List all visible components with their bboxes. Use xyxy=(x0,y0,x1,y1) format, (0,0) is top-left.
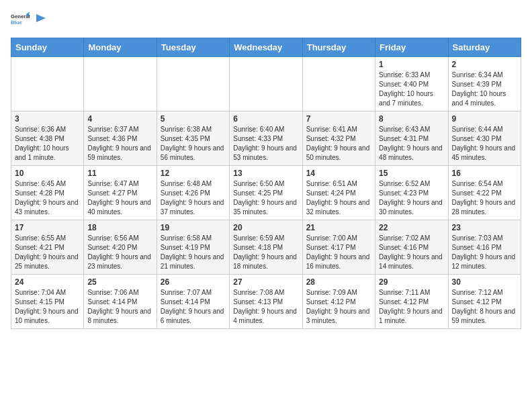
day-number: 11 xyxy=(87,169,152,178)
day-number: 15 xyxy=(379,169,444,178)
header-thursday: Thursday xyxy=(302,38,375,57)
calendar-cell: 18Sunrise: 6:56 AM Sunset: 4:20 PM Dayli… xyxy=(84,220,157,275)
day-number: 9 xyxy=(452,114,517,124)
calendar-cell xyxy=(84,57,157,111)
day-number: 30 xyxy=(452,277,517,287)
day-info: Sunrise: 6:41 AM Sunset: 4:32 PM Dayligh… xyxy=(306,125,371,163)
day-number: 26 xyxy=(161,277,226,287)
flag-icon xyxy=(35,13,47,28)
calendar-cell: 23Sunrise: 7:03 AM Sunset: 4:16 PM Dayli… xyxy=(448,220,521,275)
calendar-week-3: 10Sunrise: 6:45 AM Sunset: 4:28 PM Dayli… xyxy=(11,166,521,220)
day-info: Sunrise: 7:11 AM Sunset: 4:12 PM Dayligh… xyxy=(379,288,444,326)
calendar-header-row: SundayMondayTuesdayWednesdayThursdayFrid… xyxy=(11,38,521,57)
calendar-cell: 30Sunrise: 7:12 AM Sunset: 4:12 PM Dayli… xyxy=(448,275,521,329)
day-info: Sunrise: 7:08 AM Sunset: 4:13 PM Dayligh… xyxy=(233,288,298,326)
calendar-cell: 7Sunrise: 6:41 AM Sunset: 4:32 PM Daylig… xyxy=(302,111,375,166)
day-number: 28 xyxy=(306,277,371,287)
day-info: Sunrise: 6:51 AM Sunset: 4:24 PM Dayligh… xyxy=(306,179,371,217)
day-info: Sunrise: 6:40 AM Sunset: 4:33 PM Dayligh… xyxy=(233,125,298,163)
day-info: Sunrise: 6:33 AM Sunset: 4:40 PM Dayligh… xyxy=(379,71,444,108)
calendar-cell: 12Sunrise: 6:48 AM Sunset: 4:26 PM Dayli… xyxy=(157,166,229,220)
day-number: 8 xyxy=(379,114,444,124)
day-number: 20 xyxy=(233,223,298,232)
header-wednesday: Wednesday xyxy=(230,38,302,57)
day-info: Sunrise: 6:36 AM Sunset: 4:38 PM Dayligh… xyxy=(15,125,80,163)
day-number: 19 xyxy=(161,223,226,232)
day-number: 6 xyxy=(233,114,298,124)
calendar-week-1: 1Sunrise: 6:33 AM Sunset: 4:40 PM Daylig… xyxy=(11,57,521,111)
header-sunday: Sunday xyxy=(11,38,84,57)
day-info: Sunrise: 6:50 AM Sunset: 4:25 PM Dayligh… xyxy=(233,179,298,217)
day-info: Sunrise: 6:59 AM Sunset: 4:18 PM Dayligh… xyxy=(233,234,298,271)
day-info: Sunrise: 6:55 AM Sunset: 4:21 PM Dayligh… xyxy=(15,234,80,271)
calendar-cell: 11Sunrise: 6:47 AM Sunset: 4:27 PM Dayli… xyxy=(84,166,157,220)
calendar-cell: 29Sunrise: 7:11 AM Sunset: 4:12 PM Dayli… xyxy=(375,275,448,329)
day-info: Sunrise: 6:48 AM Sunset: 4:26 PM Dayligh… xyxy=(161,179,226,217)
day-number: 21 xyxy=(306,223,371,232)
day-info: Sunrise: 7:03 AM Sunset: 4:16 PM Dayligh… xyxy=(452,234,517,271)
day-info: Sunrise: 6:58 AM Sunset: 4:19 PM Dayligh… xyxy=(161,234,226,271)
day-number: 16 xyxy=(452,169,517,178)
day-number: 2 xyxy=(452,60,517,69)
day-info: Sunrise: 7:12 AM Sunset: 4:12 PM Dayligh… xyxy=(452,288,517,326)
header-saturday: Saturday xyxy=(448,38,521,57)
calendar-week-4: 17Sunrise: 6:55 AM Sunset: 4:21 PM Dayli… xyxy=(11,220,521,275)
calendar-cell: 9Sunrise: 6:44 AM Sunset: 4:30 PM Daylig… xyxy=(448,111,521,166)
calendar-cell: 28Sunrise: 7:09 AM Sunset: 4:12 PM Dayli… xyxy=(302,275,375,329)
calendar-cell: 16Sunrise: 6:54 AM Sunset: 4:22 PM Dayli… xyxy=(448,166,521,220)
calendar-cell: 25Sunrise: 7:06 AM Sunset: 4:14 PM Dayli… xyxy=(84,275,157,329)
calendar-cell: 17Sunrise: 6:55 AM Sunset: 4:21 PM Dayli… xyxy=(11,220,84,275)
calendar-cell: 10Sunrise: 6:45 AM Sunset: 4:28 PM Dayli… xyxy=(11,166,84,220)
day-number: 3 xyxy=(15,114,80,124)
calendar-cell: 22Sunrise: 7:02 AM Sunset: 4:16 PM Dayli… xyxy=(375,220,448,275)
svg-text:Blue: Blue xyxy=(11,19,22,26)
day-info: Sunrise: 7:07 AM Sunset: 4:14 PM Dayligh… xyxy=(161,288,226,326)
day-number: 22 xyxy=(379,223,444,232)
header-tuesday: Tuesday xyxy=(157,38,229,57)
calendar-cell: 4Sunrise: 6:37 AM Sunset: 4:36 PM Daylig… xyxy=(84,111,157,166)
day-number: 24 xyxy=(15,277,80,287)
logo-icon: General Blue xyxy=(11,11,30,30)
calendar-cell: 27Sunrise: 7:08 AM Sunset: 4:13 PM Dayli… xyxy=(230,275,302,329)
calendar-cell: 26Sunrise: 7:07 AM Sunset: 4:14 PM Dayli… xyxy=(157,275,229,329)
day-info: Sunrise: 7:09 AM Sunset: 4:12 PM Dayligh… xyxy=(306,288,371,326)
day-info: Sunrise: 6:52 AM Sunset: 4:23 PM Dayligh… xyxy=(379,179,444,217)
calendar-cell: 5Sunrise: 6:38 AM Sunset: 4:35 PM Daylig… xyxy=(157,111,229,166)
day-info: Sunrise: 6:45 AM Sunset: 4:28 PM Dayligh… xyxy=(15,179,80,217)
day-number: 12 xyxy=(161,169,226,178)
day-number: 4 xyxy=(87,114,152,124)
day-info: Sunrise: 6:47 AM Sunset: 4:27 PM Dayligh… xyxy=(87,179,152,217)
calendar-cell xyxy=(302,57,375,111)
day-number: 5 xyxy=(161,114,226,124)
calendar-cell xyxy=(157,57,229,111)
calendar-cell xyxy=(230,57,302,111)
calendar-week-5: 24Sunrise: 7:04 AM Sunset: 4:15 PM Dayli… xyxy=(11,275,521,329)
calendar-cell: 6Sunrise: 6:40 AM Sunset: 4:33 PM Daylig… xyxy=(230,111,302,166)
logo: General Blue xyxy=(11,11,47,30)
day-number: 10 xyxy=(15,169,80,178)
day-number: 13 xyxy=(233,169,298,178)
day-info: Sunrise: 7:04 AM Sunset: 4:15 PM Dayligh… xyxy=(15,288,80,326)
day-info: Sunrise: 7:02 AM Sunset: 4:16 PM Dayligh… xyxy=(379,234,444,271)
day-number: 18 xyxy=(87,223,152,232)
day-info: Sunrise: 6:43 AM Sunset: 4:31 PM Dayligh… xyxy=(379,125,444,163)
day-info: Sunrise: 7:06 AM Sunset: 4:14 PM Dayligh… xyxy=(87,288,152,326)
calendar-cell: 3Sunrise: 6:36 AM Sunset: 4:38 PM Daylig… xyxy=(11,111,84,166)
day-info: Sunrise: 7:00 AM Sunset: 4:17 PM Dayligh… xyxy=(306,234,371,271)
day-info: Sunrise: 6:38 AM Sunset: 4:35 PM Dayligh… xyxy=(161,125,226,163)
calendar-cell: 24Sunrise: 7:04 AM Sunset: 4:15 PM Dayli… xyxy=(11,275,84,329)
calendar-cell: 21Sunrise: 7:00 AM Sunset: 4:17 PM Dayli… xyxy=(302,220,375,275)
day-number: 7 xyxy=(306,114,371,124)
day-info: Sunrise: 6:44 AM Sunset: 4:30 PM Dayligh… xyxy=(452,125,517,163)
header-monday: Monday xyxy=(84,38,157,57)
calendar-week-2: 3Sunrise: 6:36 AM Sunset: 4:38 PM Daylig… xyxy=(11,111,521,166)
calendar-cell: 19Sunrise: 6:58 AM Sunset: 4:19 PM Dayli… xyxy=(157,220,229,275)
day-number: 23 xyxy=(452,223,517,232)
calendar-cell xyxy=(11,57,84,111)
day-number: 1 xyxy=(379,60,444,69)
day-number: 14 xyxy=(306,169,371,178)
day-number: 27 xyxy=(233,277,298,287)
day-number: 29 xyxy=(379,277,444,287)
calendar-cell: 1Sunrise: 6:33 AM Sunset: 4:40 PM Daylig… xyxy=(375,57,448,111)
svg-marker-3 xyxy=(36,14,46,22)
